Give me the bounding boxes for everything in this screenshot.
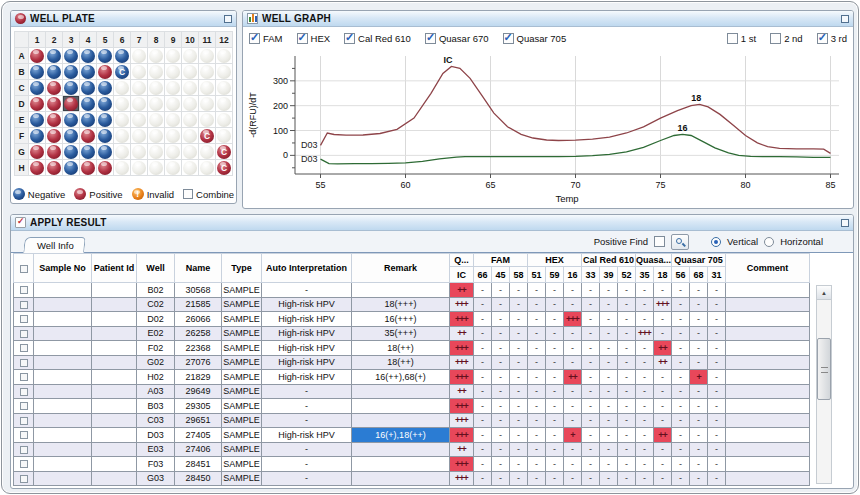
- well-C5[interactable]: [97, 80, 114, 96]
- well-G12[interactable]: C: [216, 144, 233, 160]
- cell-dye-51[interactable]: -: [528, 413, 546, 428]
- cell-dye-68[interactable]: +: [690, 370, 708, 385]
- cell-dye-35[interactable]: -: [636, 384, 654, 399]
- cell-dye-56[interactable]: -: [672, 312, 690, 327]
- cell-name[interactable]: 29649: [175, 384, 222, 399]
- cell-dye-66[interactable]: -: [474, 471, 492, 486]
- row-select-cell[interactable]: [14, 341, 34, 356]
- well-B1[interactable]: [29, 64, 46, 80]
- cell-dye-39[interactable]: -: [600, 442, 618, 457]
- cell-dye-18[interactable]: ++: [654, 355, 672, 370]
- cell-comment[interactable]: [726, 312, 810, 327]
- well-G8[interactable]: [148, 144, 165, 160]
- cell-dye-18[interactable]: -: [654, 442, 672, 457]
- cell-sample_no[interactable]: [34, 413, 92, 428]
- cell-dye-IC[interactable]: +++: [450, 370, 474, 385]
- well-G4[interactable]: [80, 144, 97, 160]
- cell-dye-33[interactable]: -: [582, 326, 600, 341]
- cell-dye-52[interactable]: -: [618, 457, 636, 472]
- well-D6[interactable]: [114, 96, 131, 112]
- well-D2[interactable]: [46, 96, 63, 112]
- scrollbar-thumb[interactable]: [817, 338, 831, 400]
- cell-dye-51[interactable]: -: [528, 326, 546, 341]
- cell-dye-52[interactable]: -: [618, 370, 636, 385]
- cell-dye-58[interactable]: -: [510, 283, 528, 298]
- cell-dye-IC[interactable]: ++: [450, 326, 474, 341]
- apply-result-collapse-button[interactable]: [841, 219, 849, 227]
- cell-dye-16[interactable]: -: [564, 341, 582, 356]
- well-C7[interactable]: [131, 80, 148, 96]
- cell-dye-39[interactable]: -: [600, 384, 618, 399]
- positive-find-search-button[interactable]: [671, 234, 689, 250]
- cell-dye-51[interactable]: -: [528, 428, 546, 443]
- well-B10[interactable]: [182, 64, 199, 80]
- cell-dye-68[interactable]: -: [690, 312, 708, 327]
- cell-sample_no[interactable]: [34, 312, 92, 327]
- well-A7[interactable]: [131, 48, 148, 64]
- well-E12[interactable]: [216, 112, 233, 128]
- cell-sample_no[interactable]: [34, 428, 92, 443]
- cell-dye-31[interactable]: -: [708, 384, 726, 399]
- cell-dye-45[interactable]: -: [492, 457, 510, 472]
- row-select-cell[interactable]: [14, 370, 34, 385]
- cell-dye-31[interactable]: -: [708, 297, 726, 312]
- cell-remark[interactable]: 18(++): [352, 355, 450, 370]
- cell-dye-45[interactable]: -: [492, 297, 510, 312]
- cell-well[interactable]: B02: [137, 283, 175, 298]
- cell-dye-59[interactable]: -: [546, 428, 564, 443]
- dye-checkbox-quasar-705[interactable]: [503, 33, 514, 44]
- tab-well-info[interactable]: Well Info: [23, 237, 85, 253]
- cell-auto[interactable]: High-risk HPV: [262, 341, 352, 356]
- well-C8[interactable]: [148, 80, 165, 96]
- cell-dye-51[interactable]: -: [528, 471, 546, 486]
- cell-sample_no[interactable]: [34, 370, 92, 385]
- cell-auto[interactable]: High-risk HPV: [262, 297, 352, 312]
- cell-sample_no[interactable]: [34, 442, 92, 457]
- cell-dye-39[interactable]: -: [600, 370, 618, 385]
- cell-dye-59[interactable]: -: [546, 297, 564, 312]
- well-F6[interactable]: [114, 128, 131, 144]
- cell-dye-16[interactable]: -: [564, 355, 582, 370]
- cell-auto[interactable]: High-risk HPV: [262, 428, 352, 443]
- cell-sample_no[interactable]: [34, 384, 92, 399]
- cell-comment[interactable]: [726, 355, 810, 370]
- cell-patient_id[interactable]: [92, 471, 137, 486]
- cell-dye-52[interactable]: -: [618, 312, 636, 327]
- cell-dye-45[interactable]: -: [492, 442, 510, 457]
- cell-dye-56[interactable]: -: [672, 399, 690, 414]
- cell-dye-18[interactable]: ++: [654, 341, 672, 356]
- cell-dye-31[interactable]: -: [708, 312, 726, 327]
- cell-dye-39[interactable]: -: [600, 297, 618, 312]
- cell-dye-IC[interactable]: +++: [450, 399, 474, 414]
- cell-patient_id[interactable]: [92, 370, 137, 385]
- well-F1[interactable]: [29, 128, 46, 144]
- cell-dye-33[interactable]: -: [582, 457, 600, 472]
- cell-remark[interactable]: [352, 442, 450, 457]
- cell-well[interactable]: E03: [137, 442, 175, 457]
- well-A10[interactable]: [182, 48, 199, 64]
- cell-dye-66[interactable]: -: [474, 355, 492, 370]
- cell-patient_id[interactable]: [92, 341, 137, 356]
- cell-comment[interactable]: [726, 297, 810, 312]
- cell-dye-51[interactable]: -: [528, 355, 546, 370]
- cell-sample_no[interactable]: [34, 471, 92, 486]
- cell-well[interactable]: B03: [137, 399, 175, 414]
- cell-auto[interactable]: -: [262, 413, 352, 428]
- cell-dye-IC[interactable]: +++: [450, 457, 474, 472]
- well-B2[interactable]: [46, 64, 63, 80]
- cell-well[interactable]: E02: [137, 326, 175, 341]
- cell-well[interactable]: A03: [137, 384, 175, 399]
- well-D5[interactable]: [97, 96, 114, 112]
- well-E10[interactable]: [182, 112, 199, 128]
- cell-dye-51[interactable]: -: [528, 399, 546, 414]
- cell-type[interactable]: SAMPLE: [222, 370, 262, 385]
- cell-dye-31[interactable]: -: [708, 413, 726, 428]
- cell-dye-18[interactable]: ++: [654, 428, 672, 443]
- cell-dye-IC[interactable]: +++: [450, 413, 474, 428]
- well-C12[interactable]: [216, 80, 233, 96]
- cell-dye-IC[interactable]: ++: [450, 442, 474, 457]
- cell-dye-35[interactable]: -: [636, 370, 654, 385]
- cell-type[interactable]: SAMPLE: [222, 413, 262, 428]
- dye-checkbox-fam[interactable]: [249, 33, 260, 44]
- row-select-cell[interactable]: [14, 326, 34, 341]
